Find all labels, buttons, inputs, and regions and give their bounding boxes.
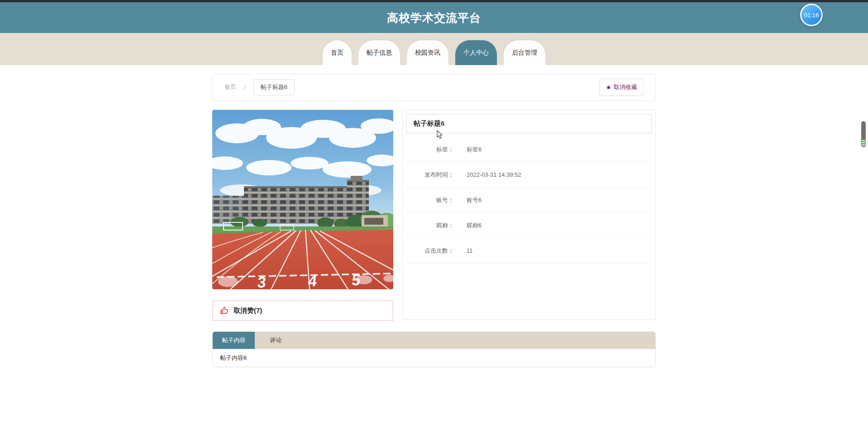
- breadcrumb-separator: /: [244, 84, 246, 91]
- post-info-rows: 标签： 标签6 发布时间： 2022-03-31 14:39:52 账号： 账号…: [406, 137, 652, 264]
- tab-post-content[interactable]: 帖子内容: [213, 332, 255, 349]
- nav-tab-label: 帖子信息: [367, 49, 392, 57]
- nav-tab-posts[interactable]: 帖子信息: [358, 40, 400, 65]
- main-nav: 首页 帖子信息 校园资讯 个人中心 后台管理: [0, 33, 868, 65]
- field-value: 11: [467, 247, 473, 254]
- info-row-click-count: 点击次数： 11: [406, 238, 652, 264]
- breadcrumb-home-link[interactable]: 首页: [224, 83, 236, 91]
- field-value: 昵称6: [467, 221, 482, 230]
- info-row-account: 账号： 账号6: [406, 188, 652, 213]
- timer-badge[interactable]: 01:16: [800, 4, 823, 26]
- unfavorite-label: 取消收藏: [614, 83, 637, 91]
- content-tabbar: 帖子内容 评论: [213, 332, 655, 349]
- scrollbar-thumb[interactable]: [861, 121, 866, 147]
- info-row-publish-time: 发布时间： 2022-03-31 14:39:52: [406, 162, 652, 188]
- post-content-card: 帖子内容 评论 帖子内容6: [212, 331, 656, 367]
- nav-tab-campus-news[interactable]: 校园资讯: [407, 40, 448, 65]
- content-tab-label: 评论: [270, 336, 282, 344]
- page-container: 首页 / 帖子标题6 ★ 取消收藏: [212, 74, 656, 367]
- field-label: 点击次数：: [406, 247, 454, 255]
- field-label: 昵称：: [406, 221, 454, 230]
- field-value: 账号6: [467, 196, 482, 204]
- info-row-tag: 标签： 标签6: [406, 137, 652, 162]
- svg-text:3: 3: [257, 273, 267, 289]
- thumbs-up-icon: [220, 306, 229, 315]
- field-label: 账号：: [406, 196, 454, 204]
- breadcrumb: 首页 / 帖子标题6 ★ 取消收藏: [212, 74, 656, 101]
- field-label: 发布时间：: [406, 171, 454, 179]
- svg-text:4: 4: [307, 272, 318, 289]
- post-title: 帖子标题6: [406, 114, 652, 133]
- nav-tab-label: 首页: [331, 49, 343, 57]
- timer-badge-text: 01:16: [804, 12, 819, 19]
- nav-tab-home[interactable]: 首页: [323, 40, 352, 65]
- post-media-column: 3 4 5 取消赞(7): [212, 110, 393, 321]
- site-title: 高校学术交流平台: [387, 10, 481, 25]
- nav-tab-admin[interactable]: 后台管理: [504, 40, 545, 65]
- unlike-button[interactable]: 取消赞(7): [212, 300, 393, 321]
- post-info-panel: 帖子标题6 标签： 标签6 发布时间： 2022-03-31 14:39:52 …: [402, 110, 656, 320]
- unlike-label: 取消赞(7): [234, 306, 262, 315]
- field-value: 标签6: [467, 146, 482, 154]
- post-content-body: 帖子内容6: [213, 349, 655, 367]
- site-header: 高校学术交流平台 01:16: [0, 2, 868, 33]
- unfavorite-button[interactable]: ★ 取消收藏: [599, 79, 644, 96]
- field-label: 标签：: [406, 146, 454, 154]
- mouse-cursor: [437, 130, 443, 139]
- breadcrumb-current: 帖子标题6: [253, 79, 295, 95]
- nav-tab-label: 个人中心: [463, 49, 489, 57]
- info-row-nickname: 昵称： 昵称6: [406, 213, 652, 238]
- post-detail-section: 3 4 5 取消赞(7) 帖子标题6: [212, 110, 656, 321]
- nav-tab-label: 校园资讯: [415, 49, 440, 57]
- star-icon: ★: [606, 84, 611, 90]
- nav-tab-label: 后台管理: [512, 49, 537, 57]
- scrollbar-stripes: [862, 139, 865, 146]
- content-tab-label: 帖子内容: [222, 336, 246, 344]
- post-photo: 3 4 5: [212, 110, 393, 289]
- field-value: 2022-03-31 14:39:52: [467, 171, 521, 178]
- nav-tab-personal-center[interactable]: 个人中心: [455, 40, 497, 65]
- tab-comments[interactable]: 评论: [255, 332, 297, 349]
- post-content-text: 帖子内容6: [220, 354, 247, 362]
